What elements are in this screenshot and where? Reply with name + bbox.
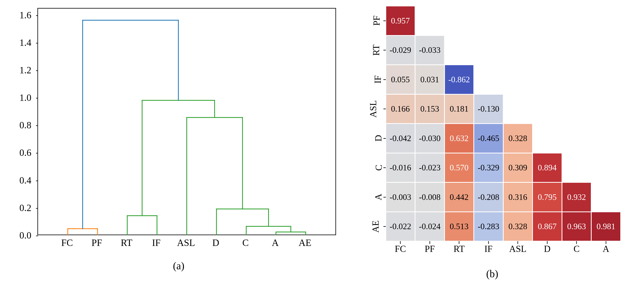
dendrogram-y-tick-label: 1.0 <box>20 92 32 103</box>
heatmap-cell: -0.023 <box>415 153 444 183</box>
heatmap-cell: -0.465 <box>474 124 503 153</box>
dendrogram-y-tick-label: 0.6 <box>20 147 32 158</box>
dendrogram-y-tick-label: 1.2 <box>20 64 32 75</box>
panel-a-caption: (a) <box>173 260 184 272</box>
dendrogram-leaf-label: C <box>242 237 249 248</box>
heatmap-cell: -0.130 <box>474 94 503 124</box>
heatmap-x-label: RT <box>454 243 465 254</box>
heatmap-cell: -0.022 <box>386 212 415 241</box>
heatmap-cell: -0.030 <box>415 124 444 153</box>
dendrogram-y-tick-label: 1.6 <box>20 9 32 20</box>
heatmap-cell: 0.632 <box>444 124 474 153</box>
heatmap-y-label: C <box>360 153 382 183</box>
heatmap-cell: 0.513 <box>444 212 474 241</box>
dendrogram-x-axis: FCPFRTIFASLDCAAE <box>38 237 336 249</box>
heatmap-cell: -0.042 <box>386 124 415 153</box>
heatmap-cell: 0.570 <box>444 153 474 183</box>
heatmap-cell: -0.016 <box>386 153 415 183</box>
heatmap-y-label: AE <box>360 212 382 241</box>
panel-a: 0.00.20.40.60.81.01.21.41.6 FCPFRTIFASLD… <box>20 6 338 272</box>
dendrogram-leaf-label: PF <box>92 237 102 248</box>
heatmap-x-label: FC <box>395 243 406 254</box>
heatmap-cell: 0.894 <box>532 153 562 183</box>
heatmap-x-label: PF <box>424 243 435 254</box>
heatmap-cell: 0.963 <box>562 212 592 241</box>
heatmap-x-label: ASL <box>509 243 526 254</box>
heatmap-y-label: ASL <box>360 94 382 124</box>
heatmap-x-label: C <box>574 243 580 254</box>
heatmap-cell: 0.932 <box>562 182 592 212</box>
dendrogram-leaf-label: RT <box>121 237 132 248</box>
heatmap-y-axis: PFRTIFASLDCAAE <box>360 6 386 241</box>
heatmap-y-label: PF <box>360 6 382 36</box>
heatmap-cell: 0.153 <box>415 94 444 124</box>
heatmap-cell: 0.309 <box>503 153 533 183</box>
heatmap-cell: 0.981 <box>591 212 621 241</box>
heatmap-cell: 0.957 <box>386 6 415 36</box>
heatmap-cell: -0.033 <box>415 36 444 65</box>
dendrogram-lines <box>38 9 336 234</box>
heatmap-y-label: D <box>360 124 382 153</box>
dendrogram-leaf-label: A <box>272 237 279 248</box>
heatmap-cell: -0.024 <box>415 212 444 241</box>
heatmap-cell: 0.867 <box>532 212 562 241</box>
heatmap-cells: 0.957-0.029-0.0330.0550.031-0.8620.1660.… <box>386 6 621 241</box>
heatmap-cell: 0.181 <box>444 94 474 124</box>
heatmap-plot: PFRTIFASLDCAAE 0.957-0.029-0.0330.0550.0… <box>360 6 625 263</box>
heatmap-cell: 0.166 <box>386 94 415 124</box>
heatmap-cell: 0.328 <box>503 124 533 153</box>
heatmap-cell: -0.862 <box>444 65 474 94</box>
heatmap-cell: 0.316 <box>503 182 533 212</box>
dendrogram-y-tick-label: 0.4 <box>20 175 32 186</box>
heatmap-cell: 0.328 <box>503 212 533 241</box>
heatmap-cell: 0.055 <box>386 65 415 94</box>
dendrogram-y-tick-label: 1.4 <box>20 37 32 48</box>
dendrogram-leaf-label: IF <box>152 237 161 248</box>
dendrogram-y-tick-label: 0.8 <box>20 120 32 131</box>
heatmap-cell: -0.208 <box>474 182 503 212</box>
heatmap-cell: -0.329 <box>474 153 503 183</box>
dendrogram-y-tick-label: 0.2 <box>20 202 32 213</box>
dendrogram-plot: 0.00.20.40.60.81.01.21.41.6 FCPFRTIFASLD… <box>20 6 338 255</box>
heatmap-x-label: A <box>602 243 609 254</box>
dendrogram-leaf-label: D <box>212 237 220 248</box>
heatmap-y-label: RT <box>360 36 382 65</box>
heatmap-cell: -0.029 <box>386 36 415 65</box>
dendrogram-y-tick-label: 0.0 <box>20 230 32 241</box>
heatmap-cell: -0.008 <box>415 182 444 212</box>
dendrogram-y-axis: 0.00.20.40.60.81.01.21.41.6 <box>20 6 32 255</box>
panel-b: PFRTIFASLDCAAE 0.957-0.029-0.0330.0550.0… <box>360 6 625 279</box>
heatmap-cell: 0.442 <box>444 182 474 212</box>
panel-b-caption: (b) <box>486 268 498 279</box>
heatmap-cell: -0.283 <box>474 212 503 241</box>
heatmap-x-label: D <box>544 243 550 254</box>
dendrogram-leaf-label: AE <box>298 237 311 248</box>
heatmap-cell: 0.795 <box>532 182 562 212</box>
dendrogram-plot-area <box>38 8 336 235</box>
dendrogram-leaf-label: ASL <box>177 237 195 248</box>
dendrogram-leaf-label: FC <box>61 237 73 248</box>
heatmap-x-label: IF <box>484 243 492 254</box>
figure-root: 0.00.20.40.60.81.01.21.41.6 FCPFRTIFASLD… <box>0 0 644 283</box>
heatmap-y-label: IF <box>360 65 382 94</box>
heatmap-y-label: A <box>360 182 382 212</box>
heatmap-x-axis: FCPFRTIFASLDCA <box>386 243 621 255</box>
heatmap-cell: 0.031 <box>415 65 444 94</box>
heatmap-cell: -0.003 <box>386 182 415 212</box>
